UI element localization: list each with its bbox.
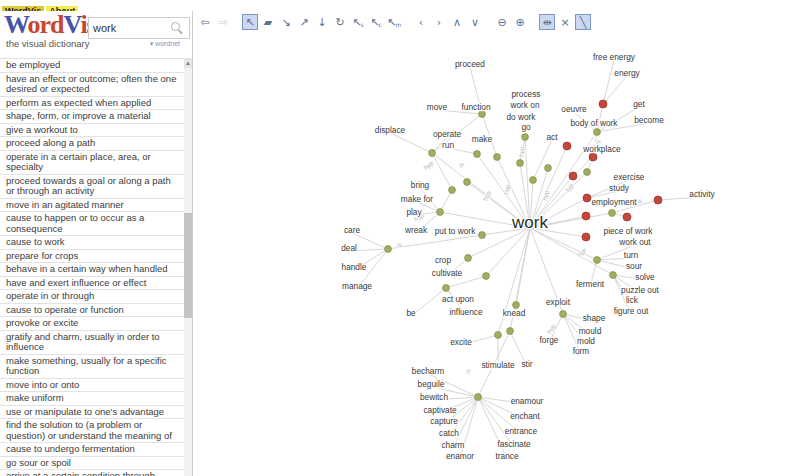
graph-node-label[interactable]: make	[472, 134, 493, 144]
graph-node-label[interactable]: move	[427, 102, 448, 112]
graph-node-label[interactable]: capture	[430, 416, 458, 426]
pointer-tool[interactable]: ↖	[242, 14, 258, 30]
graph-node-label[interactable]: displace	[375, 125, 406, 135]
graph-node-label[interactable]: mould	[579, 326, 602, 336]
definition-item[interactable]: cause to operate or function	[0, 304, 184, 318]
graph-node-label[interactable]: wreak	[404, 225, 428, 235]
graph-node-label[interactable]: employment	[591, 197, 637, 207]
definition-item[interactable]: proceed towards a goal or along a path o…	[0, 175, 184, 199]
graph-node-green[interactable]	[594, 257, 601, 264]
definition-item[interactable]: have an effect or outcome; often the one…	[0, 73, 184, 97]
graph-node-label[interactable]: deal	[341, 243, 357, 253]
graph-node-label[interactable]: mold	[577, 336, 595, 346]
graph-node-label[interactable]: entrance	[505, 426, 538, 436]
graph-node-label[interactable]: solve	[635, 272, 655, 282]
select-siblings-tool[interactable]: ↖s	[350, 14, 366, 30]
graph-node-label[interactable]: function	[461, 102, 490, 112]
graph-node-green[interactable]	[522, 134, 529, 141]
pin-down-tool[interactable]: ↓	[314, 14, 330, 30]
graph-node-label[interactable]: go	[521, 122, 531, 132]
search-input[interactable]	[91, 19, 175, 37]
graph-node-red[interactable]	[623, 213, 631, 221]
graph-node-label[interactable]: bring	[411, 180, 430, 190]
definition-item[interactable]: make something, usually for a specific f…	[0, 355, 184, 379]
graph-node-red[interactable]	[569, 172, 577, 180]
graph-node-red[interactable]	[582, 233, 590, 241]
graph-node-green[interactable]	[479, 232, 486, 239]
scroll-up-arrow-icon[interactable]: ▲	[184, 58, 192, 68]
graph-node-red[interactable]	[599, 100, 607, 108]
graph-node-label[interactable]: excite	[450, 337, 472, 347]
graph-node-green[interactable]	[517, 160, 524, 167]
wordnet-link[interactable]: ▾ wordnet	[150, 40, 180, 48]
graph-node-label[interactable]: enamour	[511, 396, 544, 406]
graph-node-label[interactable]: work on	[509, 100, 539, 110]
graph-node-label[interactable]: captivate	[423, 405, 457, 415]
graph-node-red[interactable]	[654, 196, 662, 204]
definition-item[interactable]: prepare for crops	[0, 250, 184, 264]
graph-node-label[interactable]: knead	[503, 308, 526, 318]
graph-node-label[interactable]: work out	[618, 237, 651, 247]
graph-node-label[interactable]: care	[344, 225, 361, 235]
graph-node-label[interactable]: become	[634, 115, 664, 125]
back-button[interactable]: ⇦	[197, 14, 213, 30]
zoom-out-button[interactable]: ⊖	[494, 14, 510, 30]
scrollbar-thumb[interactable]	[184, 213, 192, 318]
graph-node-green[interactable]	[443, 285, 450, 292]
graph-node-label[interactable]: put to work	[435, 226, 476, 236]
graph-node-label[interactable]: charm	[441, 440, 464, 450]
graph-node-label[interactable]: crop	[435, 255, 452, 265]
graph-node-label[interactable]: act	[546, 132, 558, 142]
graph-node-green[interactable]	[437, 209, 444, 216]
zoom-in-button[interactable]: ⊕	[512, 14, 528, 30]
pan-up-button[interactable]: ∧	[449, 14, 465, 30]
fit-view-button[interactable]: ╲	[575, 14, 591, 30]
select-children-tool[interactable]: ↖c	[368, 14, 384, 30]
graph-node-label[interactable]: influence	[449, 307, 483, 317]
graph-node-green[interactable]	[385, 246, 392, 253]
graph-node-green[interactable]	[483, 273, 490, 280]
graph-node-green[interactable]	[594, 129, 601, 136]
graph-node-green[interactable]	[475, 394, 482, 401]
pan-left-button[interactable]: ‹	[413, 14, 429, 30]
graph-node-label[interactable]: enamor	[446, 451, 474, 461]
graph-node-label[interactable]: turn	[624, 250, 639, 260]
graph-node-label[interactable]: operate	[433, 129, 462, 139]
graph-node-green[interactable]	[610, 272, 617, 279]
definition-item[interactable]: find the solution to (a problem or quest…	[0, 419, 184, 443]
graph-node-label[interactable]: enchant	[510, 411, 540, 421]
graph-node-label[interactable]: play	[406, 207, 422, 217]
graph-node-label[interactable]: shape	[583, 313, 606, 323]
graph-node-green[interactable]	[495, 332, 502, 339]
expand-button[interactable]: ×	[557, 14, 573, 30]
graph-node-label[interactable]: oeuvre	[561, 104, 587, 114]
definition-item[interactable]: proceed along a path	[0, 137, 184, 151]
definition-item[interactable]: use or manipulate to one's advantage	[0, 406, 184, 420]
graph-node-label[interactable]: lick	[626, 295, 639, 305]
graph-node-red[interactable]	[582, 212, 590, 220]
graph-node-green[interactable]	[584, 169, 591, 176]
graph-node-label[interactable]: act upon	[442, 294, 474, 304]
pan-right-button[interactable]: ›	[431, 14, 447, 30]
graph-node-label[interactable]: get	[633, 99, 645, 109]
graph-node-label[interactable]: workplace	[582, 144, 621, 154]
definition-item[interactable]: cause to happen or to occur as a consequ…	[0, 212, 184, 236]
eraser-tool[interactable]: ▰	[260, 14, 276, 30]
graph-node-label[interactable]: trance	[495, 451, 518, 461]
add-node-tool[interactable]: ↗	[296, 14, 312, 30]
definition-item[interactable]: operate in or through	[0, 290, 184, 304]
graph-node-label[interactable]: figure out	[614, 306, 649, 316]
graph-node-green[interactable]	[545, 165, 552, 172]
graph-node-label[interactable]: exploit	[546, 297, 571, 307]
graph-node-label[interactable]: beguile	[418, 379, 445, 389]
add-edge-tool[interactable]: ↘	[278, 14, 294, 30]
graph-node-green[interactable]	[560, 311, 567, 318]
definition-item[interactable]: behave in a certain way when handled	[0, 263, 184, 277]
graph-node-red[interactable]	[583, 194, 591, 202]
graph-node-label[interactable]: be	[406, 308, 416, 318]
graph-node-label[interactable]: puzzle out	[621, 285, 660, 295]
definition-item[interactable]: give a workout to	[0, 124, 184, 138]
rotate-tool[interactable]: ↻	[332, 14, 348, 30]
graph-node-label[interactable]: energy	[614, 68, 640, 78]
graph-node-label[interactable]: becharm	[412, 366, 444, 376]
